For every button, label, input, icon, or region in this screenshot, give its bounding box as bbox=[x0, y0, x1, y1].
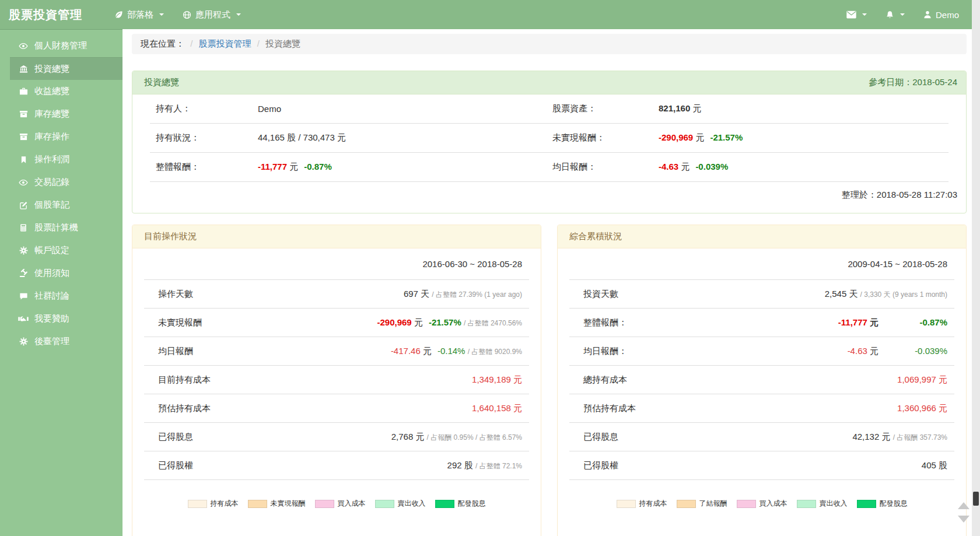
nav-item-apps[interactable]: 應用程式 bbox=[173, 0, 250, 29]
caret-down-icon bbox=[236, 13, 241, 16]
cumulative-chart-legend: 持有成本 了結報酬 買入成本 賣出收入 配發股息 bbox=[569, 480, 954, 536]
field-value: 1,360,966 元 bbox=[897, 403, 947, 414]
sidebar: 個人財務管理 投資總覽 收益總覽 庫存總覽 庫存操作 操作利潤 交易記錄 個股筆… bbox=[0, 29, 123, 536]
legend-swatch bbox=[315, 500, 334, 508]
globe-icon bbox=[183, 10, 191, 19]
field-label: 操作天數 bbox=[158, 289, 193, 300]
legend-swatch bbox=[857, 500, 876, 508]
field-label: 整體報酬： bbox=[156, 162, 258, 173]
gavel-icon bbox=[18, 269, 29, 278]
field-value: 44,165 股 / 730,473 元 bbox=[258, 132, 552, 143]
field-label: 目前持有成本 bbox=[158, 374, 211, 386]
envelope-icon bbox=[846, 10, 856, 19]
legend-swatch bbox=[617, 500, 636, 508]
row-stock-rights-received: 已得股權 405 股 bbox=[569, 451, 954, 480]
field-value: 2,545 天 / 3,330 天 (9 years 1 month) bbox=[825, 289, 947, 300]
breadcrumb-link-home[interactable]: 股票投資管理 bbox=[199, 38, 251, 48]
row-unrealized-return: 未實現報酬 -290,969 元-21.57% / 占整體 2470.56% bbox=[144, 309, 529, 337]
field-label: 均日報酬： bbox=[583, 346, 627, 357]
sidebar-item-operation-profit[interactable]: 操作利潤 bbox=[0, 148, 123, 171]
legend-item: 買入成本 bbox=[315, 499, 366, 509]
sidebar-item-usage-notes[interactable]: 使用須知 bbox=[0, 262, 123, 285]
row-daily-return: 均日報酬： -4.63 元-0.039% bbox=[569, 337, 954, 366]
scroll-down-icon[interactable] bbox=[958, 516, 970, 523]
nav-item-blog[interactable]: 部落格 bbox=[105, 0, 173, 29]
legend-item: 未實現報酬 bbox=[248, 499, 306, 509]
field-label: 持有人： bbox=[156, 103, 258, 114]
legend-item: 賣出收入 bbox=[375, 499, 426, 509]
row-current-holding-cost: 目前持有成本 1,349,189 元 bbox=[144, 366, 529, 394]
row-dividends-received: 已得股息 2,768 元 / 占報酬 0.95% / 占整體 6.57% bbox=[144, 423, 529, 451]
gear-icon bbox=[18, 337, 29, 346]
field-label: 預估持有成本 bbox=[158, 403, 211, 414]
row-stock-rights-received: 已得股權 292 股 / 占整體 72.1% bbox=[144, 451, 529, 480]
sidebar-item-investment-overview[interactable]: 投資總覽 bbox=[10, 57, 123, 80]
legend-swatch bbox=[737, 500, 756, 508]
caret-down-icon bbox=[862, 13, 867, 16]
archive-icon bbox=[18, 132, 29, 141]
legend-item: 配發股息 bbox=[857, 499, 908, 509]
eye-icon bbox=[18, 41, 29, 51]
field-label: 預估持有成本 bbox=[583, 403, 636, 414]
notifications-dropdown[interactable] bbox=[880, 0, 911, 29]
sidebar-item-stock-notes[interactable]: 個股筆記 bbox=[0, 194, 123, 216]
sidebar-item-personal-finance[interactable]: 個人財務管理 bbox=[0, 34, 123, 57]
cumulative-date-range: 2009-04-15 ~ 2018-05-28 bbox=[569, 248, 954, 280]
sidebar-item-sponsor[interactable]: 我要贊助 bbox=[0, 307, 123, 330]
overview-row-returns: 整體報酬： -11,777 元-0.87% 均日報酬： -4.63 元-0.03… bbox=[150, 153, 949, 182]
page-scrollbar[interactable] bbox=[972, 0, 980, 536]
sidebar-item-stock-calculator[interactable]: 股票計算機 bbox=[0, 216, 123, 239]
row-estimated-holding-cost: 預估持有成本 1,640,158 元 bbox=[144, 394, 529, 423]
sidebar-item-admin[interactable]: 後臺管理 bbox=[0, 330, 123, 353]
overview-row-holder: 持有人： Demo 股票資產： 821,160 元 bbox=[150, 94, 949, 124]
field-label: 均日報酬： bbox=[552, 162, 659, 173]
field-value: -11,777 元-0.87% bbox=[838, 317, 947, 328]
eye-icon bbox=[18, 178, 29, 187]
scroll-shortcut-buttons bbox=[958, 502, 970, 523]
field-value: 821,160 元 bbox=[659, 103, 949, 114]
overview-panel-header: 投資總覽 參考日期：2018-05-24 bbox=[132, 71, 966, 94]
field-value: -4.63 元-0.039% bbox=[848, 346, 947, 357]
field-label: 均日報酬 bbox=[158, 346, 193, 357]
calculator-icon bbox=[18, 223, 29, 232]
sidebar-item-income-overview[interactable]: 收益總覽 bbox=[0, 80, 123, 103]
scroll-up-icon[interactable] bbox=[958, 502, 970, 509]
comment-icon bbox=[18, 292, 29, 300]
sidebar-item-trade-records[interactable]: 交易記錄 bbox=[0, 171, 123, 194]
overview-panel-body: 持有人： Demo 股票資產： 821,160 元 持有狀況： 44,165 股… bbox=[132, 94, 966, 213]
legend-swatch bbox=[797, 500, 816, 508]
field-value: -290,969 元-21.57% bbox=[659, 132, 949, 143]
messages-dropdown[interactable] bbox=[841, 0, 873, 29]
panel-title: 投資總覽 bbox=[144, 77, 179, 88]
user-menu[interactable]: Demo bbox=[918, 0, 965, 29]
field-label: 已得股權 bbox=[583, 460, 618, 471]
cumulative-panel: 綜合累積狀況 2009-04-15 ~ 2018-05-28 投資天數 2,54… bbox=[557, 225, 967, 536]
main-content: 現在位置： / 股票投資管理 / 投資總覽 投資總覽 參考日期：2018-05-… bbox=[123, 29, 980, 536]
current-chart-legend: 持有成本 未實現報酬 買入成本 賣出收入 配發股息 bbox=[144, 480, 529, 536]
field-label: 已得股權 bbox=[158, 460, 193, 471]
field-value: 1,640,158 元 bbox=[472, 403, 522, 414]
sidebar-item-inventory-operations[interactable]: 庫存操作 bbox=[0, 125, 123, 148]
top-navbar: 股票投資管理 部落格 應用程式 Demo bbox=[0, 0, 980, 29]
sidebar-item-account-settings[interactable]: 帳戶設定 bbox=[0, 239, 123, 262]
legend-swatch bbox=[248, 500, 267, 508]
field-label: 整體報酬： bbox=[583, 317, 627, 328]
panel-title: 目前操作狀況 bbox=[144, 231, 197, 242]
legend-item: 了結報酬 bbox=[677, 499, 727, 509]
field-value: 697 天 / 占整體 27.39% (1 year ago) bbox=[404, 289, 522, 300]
field-label: 投資天數 bbox=[583, 289, 618, 300]
legend-item: 配發股息 bbox=[435, 499, 486, 509]
sidebar-item-community-discussion[interactable]: 社群討論 bbox=[0, 285, 123, 307]
bookmark-icon bbox=[18, 156, 29, 164]
field-value: Demo bbox=[258, 104, 552, 114]
briefcase-icon bbox=[18, 87, 29, 96]
gear-icon bbox=[18, 246, 29, 255]
current-panel-header: 目前操作狀況 bbox=[132, 225, 541, 248]
sidebar-item-inventory-overview[interactable]: 庫存總覽 bbox=[0, 103, 123, 125]
legend-swatch bbox=[188, 500, 207, 508]
breadcrumb-separator: / bbox=[187, 38, 196, 48]
app-title[interactable]: 股票投資管理 bbox=[0, 7, 91, 23]
legend-item: 持有成本 bbox=[617, 499, 667, 509]
breadcrumb-current: 投資總覽 bbox=[265, 38, 300, 48]
scrollbar-thumb[interactable] bbox=[973, 492, 979, 506]
